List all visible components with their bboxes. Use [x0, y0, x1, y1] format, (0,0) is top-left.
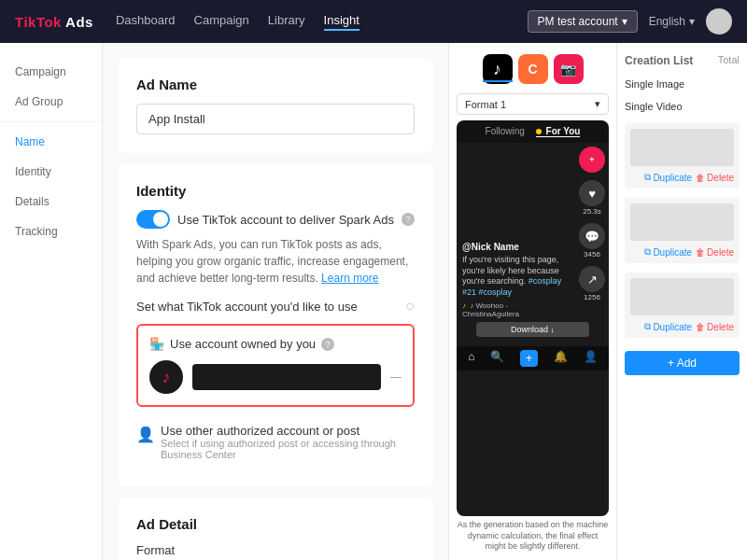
create-nav-button[interactable]: + [520, 350, 538, 367]
other-account-info: Use other authorized account or post Sel… [161, 424, 415, 460]
selected-underline [483, 80, 513, 82]
delete-button-3[interactable]: 🗑 Delete [696, 321, 734, 332]
phone-bottom-nav: ⌂ 🔍 + 🔔 👤 [457, 346, 609, 371]
identity-section: Identity Use TikTok account to deliver S… [118, 164, 433, 486]
creation-actions-2: ⧉ Duplicate 🗑 Delete [630, 246, 734, 258]
preview-panel: ♪ C 📷 Format 1 ▾ Following For You [448, 43, 616, 560]
sidebar-item-name[interactable]: Name [0, 128, 102, 156]
hashtag3: #cosplay [479, 287, 513, 297]
delete-button-2[interactable]: 🗑 Delete [696, 246, 734, 258]
spark-ads-label: Use TikTok account to deliver Spark Ads [177, 213, 394, 227]
format-label: Format [136, 543, 415, 557]
discover-nav-icon[interactable]: 🔍 [490, 350, 504, 367]
creation-list-title: Creation List [625, 54, 693, 67]
phone-actions: + ♥ 25.3s 💬 3456 ↗ 1256 [579, 147, 605, 301]
ad-detail-title: Ad Detail [136, 516, 415, 532]
red-app-icon[interactable]: 📷 [554, 54, 584, 84]
music-icon: ♪ [462, 301, 466, 310]
other-account-label: Use other authorized account or post [161, 424, 415, 438]
follow-action[interactable]: + [579, 147, 605, 173]
creation-actions-3: ⧉ Duplicate 🗑 Delete [630, 321, 734, 332]
learn-more-link[interactable]: Learn more [321, 272, 378, 285]
comment-icon: 💬 [579, 223, 605, 249]
other-account-row[interactable]: 👤 Use other authorized account or post S… [136, 416, 415, 468]
top-navigation: TikTok Ads Dashboard Campaign Library In… [0, 0, 747, 43]
main-content: Ad Name Identity Use TikTok account to d… [103, 43, 448, 560]
add-button[interactable]: + Add [625, 351, 740, 375]
delete-button-1[interactable]: 🗑 Delete [696, 172, 734, 183]
creation-card-3: ⧉ Duplicate 🗑 Delete [625, 273, 740, 338]
comment-count: 3456 [584, 250, 600, 259]
content-text: @Nick Name If you're visiting this page,… [462, 242, 565, 318]
creation-list-header: Creation List Total [625, 54, 740, 67]
chevron-down-icon: ▾ [622, 15, 627, 28]
download-button[interactable]: Download ↓ [476, 322, 589, 337]
app-icons-row: ♪ C 📷 [457, 50, 609, 88]
ad-name-section: Ad Name [118, 58, 433, 153]
capcut-app-icon[interactable]: C [518, 54, 548, 84]
creation-thumb-3 [630, 278, 734, 315]
account-dash: — [390, 371, 402, 384]
spark-ads-toggle[interactable] [136, 210, 170, 229]
language-selector[interactable]: English ▾ [649, 15, 695, 28]
sidebar-divider [0, 121, 102, 122]
left-sidebar: Campaign Ad Group Name Identity Details … [0, 43, 103, 560]
share-icon: ↗ [579, 266, 605, 292]
duplicate-button-3[interactable]: ⧉ Duplicate [644, 321, 692, 332]
creation-list-total: Total [718, 54, 740, 67]
sidebar-item-details[interactable]: Details [0, 188, 102, 216]
account-name-bar [192, 364, 381, 390]
spark-ads-description: With Spark Ads, you can run TikTok posts… [136, 236, 415, 287]
for-you-tab[interactable]: For You [536, 126, 581, 137]
set-account-radio[interactable]: ○ [405, 298, 415, 315]
phone-tabs: Following For You [457, 120, 609, 143]
duplicate-button-1[interactable]: ⧉ Duplicate [644, 172, 692, 183]
preview-caption-note: As the generation based on the machine d… [457, 520, 609, 553]
other-account-desc: Select if using authorized post or acces… [161, 438, 415, 460]
comment-action[interactable]: 💬 3456 [579, 223, 605, 259]
home-nav-icon[interactable]: ⌂ [468, 350, 474, 367]
like-action[interactable]: ♥ 25.3s [579, 180, 605, 216]
spark-ads-help-icon[interactable]: ? [402, 213, 415, 226]
share-action[interactable]: ↗ 1256 [579, 266, 605, 301]
format-selector[interactable]: Format 1 ▾ [457, 93, 609, 115]
store-icon: 🏪 [149, 337, 164, 351]
nav-dashboard[interactable]: Dashboard [116, 13, 176, 31]
following-tab[interactable]: Following [486, 126, 525, 137]
follow-avatar: + [579, 147, 605, 173]
set-account-label: Set what TikTok account you'd like to us… [136, 300, 358, 314]
duplicate-button-2[interactable]: ⧉ Duplicate [644, 246, 692, 258]
live-dot [536, 129, 542, 134]
like-count: 25.3s [583, 207, 601, 216]
account-selector[interactable]: PM test account ▾ [528, 10, 638, 33]
nav-library[interactable]: Library [268, 13, 305, 31]
chevron-down-icon: ▾ [595, 98, 600, 110]
chevron-down-icon: ▾ [689, 15, 695, 28]
sidebar-item-adgroup[interactable]: Ad Group [0, 88, 102, 116]
nav-right: PM test account ▾ English ▾ [528, 8, 732, 35]
creation-card-2: ⧉ Duplicate 🗑 Delete [625, 198, 740, 263]
ad-name-title: Ad Name [136, 77, 415, 92]
creation-actions-1: ⧉ Duplicate 🗑 Delete [630, 172, 734, 183]
account-avatar: ♪ [149, 360, 183, 394]
creation-thumb-1 [630, 129, 734, 166]
user-avatar[interactable] [706, 8, 732, 35]
creation-thumb-2 [630, 203, 734, 241]
set-account-row: Set what TikTok account you'd like to us… [136, 298, 415, 315]
ad-detail-section: Ad Detail Format ▶ Video Use Video or Im… [118, 497, 433, 560]
heart-icon: ♥ [579, 180, 605, 206]
profile-nav-icon[interactable]: 👤 [584, 350, 598, 367]
nick-name: @Nick Name [462, 242, 565, 252]
hashtag1: #cosplay [529, 276, 562, 286]
sidebar-item-tracking[interactable]: Tracking [0, 217, 102, 245]
nav-insight[interactable]: Insight [324, 13, 359, 31]
sidebar-item-identity[interactable]: Identity [0, 158, 102, 186]
ad-name-input[interactable] [136, 104, 415, 134]
single-video-type: Single Video [625, 101, 740, 112]
sidebar-item-campaign[interactable]: Campaign [0, 58, 102, 86]
account-owned-help-icon[interactable]: ? [321, 338, 334, 351]
nav-campaign[interactable]: Campaign [194, 13, 249, 31]
account-owned-header: 🏪 Use account owned by you ? [149, 337, 402, 351]
nav-links: Dashboard Campaign Library Insight [116, 13, 505, 31]
notifications-nav-icon[interactable]: 🔔 [554, 350, 568, 367]
